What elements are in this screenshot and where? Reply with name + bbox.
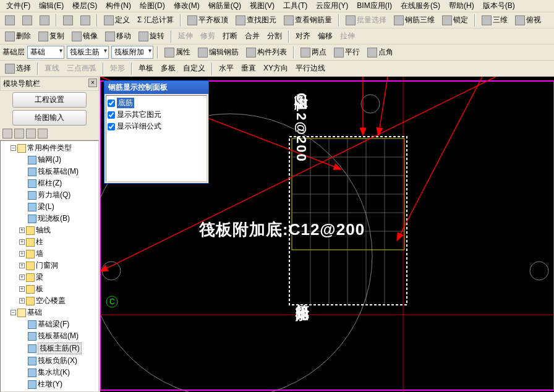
expand-icon[interactable]: + (19, 298, 25, 304)
tb-rect[interactable]: 矩形 (108, 62, 127, 74)
tree-item[interactable]: 轴线 (36, 225, 51, 236)
rebar-dropdown[interactable]: 筏板主筋 (67, 46, 109, 59)
tb-paralleledge[interactable]: 平行边线 (293, 62, 328, 74)
tb-vert[interactable]: 垂直 (239, 62, 258, 74)
tree-item[interactable]: 筏板负筋(X) (38, 356, 77, 366)
tb-flat[interactable]: 平齐板顶 (185, 14, 231, 26)
menu-modify[interactable]: 修改(M) (170, 0, 203, 12)
menu-view[interactable]: 视图(V) (246, 0, 278, 12)
tb-undo[interactable] (61, 15, 75, 26)
chk-other[interactable] (108, 111, 115, 119)
tree-item[interactable]: 门窗洞 (36, 260, 58, 271)
tree-item[interactable]: 板 (36, 284, 43, 294)
chk-bottom[interactable] (108, 100, 115, 107)
tree-item[interactable]: 空心楼盖 (36, 296, 66, 306)
expand-icon[interactable]: + (19, 228, 25, 233)
tb-lock[interactable]: 锁定 (440, 14, 471, 26)
menu-cloud[interactable]: 云应用(Y) (312, 0, 352, 12)
menu-comp[interactable]: 构件(N) (102, 0, 135, 12)
tb-steel3d[interactable]: 钢筋三维 (391, 14, 437, 26)
btn-draw-input[interactable]: 绘图输入 (12, 110, 87, 126)
expand-icon[interactable]: + (19, 251, 25, 257)
tb-define[interactable]: 定义 (101, 14, 132, 26)
menu-rebar[interactable]: 钢筋量(Q) (205, 0, 245, 12)
tb-angle[interactable]: 点角 (365, 46, 396, 58)
tree-item[interactable]: 集水坑(K) (38, 367, 70, 378)
tb-parallel[interactable]: 平行 (331, 46, 362, 58)
tb-find[interactable]: 查找图元 (233, 14, 279, 26)
expand-icon[interactable]: + (19, 263, 25, 268)
tb-copy[interactable]: 复制 (36, 30, 67, 42)
tree-item[interactable]: 筏板主筋(R) (38, 343, 82, 354)
rebar2-dropdown[interactable]: 筏板附加 (111, 46, 153, 59)
tree-item[interactable]: 剪力墙(Q) (38, 190, 70, 200)
tree-item[interactable]: 梁 (36, 272, 43, 283)
tree-base[interactable]: 基础 (27, 307, 42, 318)
expand-icon[interactable]: + (19, 275, 25, 280)
rebar-display-panel[interactable]: 钢筋显示控制面板 底筋 显示其它图元 显示详细公式 (104, 80, 209, 184)
tb-mirror[interactable]: 镜像 (69, 30, 100, 42)
tb-two[interactable]: 两点 (298, 46, 329, 58)
tb-redo[interactable] (78, 15, 93, 26)
menu-file[interactable]: 文件(F) (2, 0, 34, 12)
tb-viewrebar[interactable]: 查看钢筋量 (281, 14, 335, 26)
tree-item[interactable]: 墙 (36, 249, 43, 259)
tb-single[interactable]: 单板 (136, 62, 156, 74)
tree-item[interactable]: 轴网(J) (38, 155, 61, 165)
icon-3[interactable] (26, 129, 36, 138)
tb-stretch[interactable]: 拉伸 (338, 30, 357, 42)
icon-1[interactable] (2, 129, 12, 138)
tree-item[interactable]: 柱 (36, 237, 43, 247)
tb-select[interactable]: 选择 (2, 62, 33, 74)
tb-extend[interactable]: 延伸 (176, 30, 195, 42)
collapse-icon[interactable]: − (11, 310, 16, 315)
tb-editrebar[interactable]: 编辑钢筋 (195, 46, 241, 58)
tb-line[interactable]: 直线 (42, 62, 62, 74)
close-icon[interactable]: × (88, 79, 97, 87)
tb-horiz[interactable]: 水平 (216, 62, 236, 74)
chk-formula[interactable] (108, 123, 115, 130)
menu-floor[interactable]: 楼层(S) (69, 0, 101, 12)
tb-sum[interactable]: Σ 汇总计算 (135, 14, 176, 26)
tb-rotate[interactable]: 旋转 (136, 30, 167, 42)
tree-item[interactable]: 框柱(Z) (38, 178, 62, 189)
icon-4[interactable] (38, 129, 48, 138)
tb-batch[interactable]: 批量选择 (343, 14, 389, 26)
menu-version[interactable]: 版本号(B) (479, 0, 519, 12)
expand-icon[interactable]: + (19, 286, 25, 292)
tb-offset[interactable]: 偏移 (315, 30, 335, 42)
tree-item[interactable]: 现浇板(B) (38, 213, 70, 224)
tb-del[interactable]: 删除 (2, 30, 33, 42)
tb-open[interactable] (20, 15, 35, 26)
tree-item[interactable]: 筏板基础(M) (38, 166, 79, 177)
expand-icon[interactable]: + (19, 239, 25, 245)
tb-break[interactable]: 打断 (220, 30, 240, 42)
layer-dropdown[interactable]: 基础 (27, 46, 64, 59)
tree-root[interactable]: 常用构件类型 (27, 143, 72, 153)
tb-multi[interactable]: 多板 (158, 62, 178, 74)
tb-new[interactable] (2, 15, 17, 26)
collapse-icon[interactable]: − (11, 145, 16, 151)
tb-complist[interactable]: 构件列表 (244, 46, 289, 58)
tree-item[interactable]: 柱墩(Y) (38, 379, 62, 390)
tb-save[interactable] (37, 15, 52, 26)
menu-draw[interactable]: 绘图(D) (136, 0, 169, 12)
drawing-canvas[interactable]: C 钢筋显示控制面板 底筋 显示其它图元 显示详细公式 筏板附加底:C12@20… (100, 77, 554, 392)
menu-tool[interactable]: 工具(T) (279, 0, 311, 12)
tb-split[interactable]: 分割 (265, 30, 284, 42)
menu-edit[interactable]: 编辑(E) (35, 0, 67, 12)
component-tree[interactable]: −常用构件类型 轴网(J)筏板基础(M)框柱(Z)剪力墙(Q)梁(L)现浇板(B… (0, 140, 99, 392)
tb-move[interactable]: 移动 (103, 30, 134, 42)
menu-online[interactable]: 在线服务(S) (397, 0, 444, 12)
tb-merge[interactable]: 合并 (242, 30, 262, 42)
tree-item[interactable]: 基础梁(F) (38, 319, 69, 330)
tree-item[interactable]: 梁(L) (38, 202, 54, 212)
tb-align[interactable]: 对齐 (293, 30, 313, 42)
tb-3d[interactable]: 三维 (479, 14, 510, 26)
icon-2[interactable] (14, 129, 24, 138)
tb-xy[interactable]: XY方向 (261, 62, 291, 74)
menu-bim[interactable]: BIM应用(I) (353, 0, 396, 12)
tb-overlook[interactable]: 俯视 (513, 14, 543, 26)
btn-project-settings[interactable]: 工程设置 (12, 92, 87, 108)
tb-arc[interactable]: 三点画弧 (64, 62, 99, 74)
